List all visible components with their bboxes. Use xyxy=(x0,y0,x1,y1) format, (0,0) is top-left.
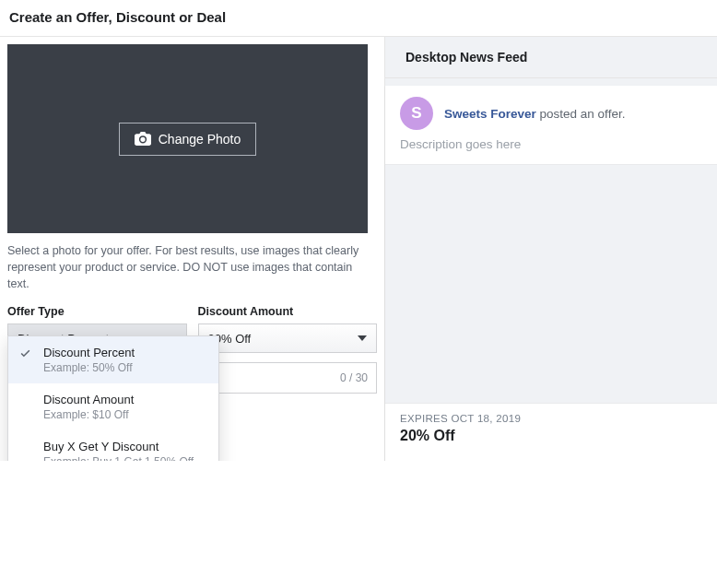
offer-type-field: Offer Type Discount Percent Discount Per… xyxy=(7,305,187,353)
change-photo-button[interactable]: Change Photo xyxy=(119,123,257,156)
dialog-title: Create an Offer, Discount or Deal xyxy=(0,0,717,37)
option-example: Example: 50% Off xyxy=(43,361,206,374)
discount-amount-select[interactable]: 20% Off xyxy=(198,323,378,353)
feed-byline: Sweets Forever posted an offer. xyxy=(444,107,625,121)
change-photo-label: Change Photo xyxy=(159,132,241,147)
post-action-text: posted an offer. xyxy=(536,107,626,121)
offer-description-placeholder: Description goes here xyxy=(385,137,717,164)
offer-type-option-buy-x-get-y[interactable]: Buy X Get Y Discount Example: Buy 1 Get … xyxy=(8,430,218,461)
offer-type-dropdown: Discount Percent Example: 50% Off Discou… xyxy=(7,335,219,461)
offer-photo-area: Change Photo xyxy=(7,44,368,233)
option-title: Discount Amount xyxy=(43,393,206,406)
option-title: Discount Percent xyxy=(43,346,206,359)
discount-amount-label: Discount Amount xyxy=(198,305,378,318)
camera-icon xyxy=(135,132,151,146)
check-icon xyxy=(19,347,31,362)
caret-down-icon xyxy=(358,335,367,341)
option-example: Example: Buy 1 Get 1 50% Off xyxy=(43,455,206,461)
photo-help-text: Select a photo for your offer. For best … xyxy=(7,242,371,292)
feed-preview-card: S Sweets Forever posted an offer. Descri… xyxy=(385,86,717,461)
offer-image-placeholder xyxy=(385,164,717,404)
form-panel: Change Photo Select a photo for your off… xyxy=(0,37,384,461)
offer-type-option-discount-percent[interactable]: Discount Percent Example: 50% Off xyxy=(8,336,218,383)
offer-type-label: Offer Type xyxy=(7,305,187,318)
preview-panel: Desktop News Feed S Sweets Forever poste… xyxy=(384,37,717,461)
avatar: S xyxy=(400,97,433,130)
page-name-link[interactable]: Sweets Forever xyxy=(444,107,536,121)
character-count: 0 / 30 xyxy=(340,371,368,384)
option-title: Buy X Get Y Discount xyxy=(43,440,206,453)
discount-amount-field: Discount Amount 20% Off xyxy=(198,305,378,353)
option-example: Example: $10 Off xyxy=(43,408,206,421)
offer-expiry: EXPIRES OCT 18, 2019 xyxy=(400,413,702,424)
offer-value: 20% Off xyxy=(400,428,702,444)
preview-panel-title: Desktop News Feed xyxy=(385,37,717,78)
offer-type-option-discount-amount[interactable]: Discount Amount Example: $10 Off xyxy=(8,383,218,430)
